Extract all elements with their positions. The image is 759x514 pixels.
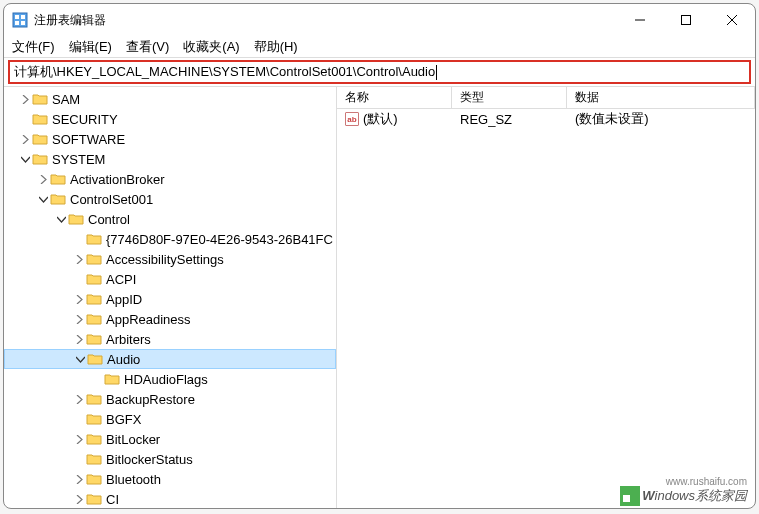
folder-icon [86,452,102,466]
menu-edit[interactable]: 编辑(E) [69,38,112,56]
chevron-right-icon[interactable] [72,292,86,306]
tree-item-controlset001[interactable]: ControlSet001 [4,189,336,209]
col-name[interactable]: 名称 [337,87,452,108]
chevron-down-icon[interactable] [18,152,32,166]
tree-item-appid[interactable]: AppID [4,289,336,309]
folder-icon [86,392,102,406]
tree-label: CI [106,492,119,507]
tree-item-audio[interactable]: Audio [4,349,336,369]
tree-item-appreadiness[interactable]: AppReadiness [4,309,336,329]
window-frame: 注册表编辑器 文件(F) 编辑(E) 查看(V) 收藏夹(A) 帮助(H) 计算… [3,3,756,509]
minimize-button[interactable] [617,4,663,36]
tree-item-system[interactable]: SYSTEM [4,149,336,169]
svg-rect-4 [21,21,25,25]
tree-item-sam[interactable]: SAM [4,89,336,109]
tree-label: BackupRestore [106,392,195,407]
cell-name: ab (默认) [337,110,452,128]
chevron-right-icon[interactable] [72,392,86,406]
chevron-right-icon[interactable] [72,472,86,486]
chevron-down-icon[interactable] [54,212,68,226]
folder-icon [68,212,84,226]
tree-label: SOFTWARE [52,132,125,147]
chevron-right-icon[interactable] [72,332,86,346]
tree-label: AppReadiness [106,312,191,327]
tree-label: AccessibilitySettings [106,252,224,267]
chevron-right-icon[interactable] [72,312,86,326]
tree-label: ControlSet001 [70,192,153,207]
string-value-icon: ab [345,112,359,126]
tree-label: Bluetooth [106,472,161,487]
svg-rect-3 [15,21,19,25]
maximize-button[interactable] [663,4,709,36]
tree-item-backuprestore[interactable]: BackupRestore [4,389,336,409]
menu-help[interactable]: 帮助(H) [254,38,298,56]
tree-item-hdaudioflags[interactable]: HDAudioFlags [4,369,336,389]
address-text: 计算机\HKEY_LOCAL_MACHINE\SYSTEM\ControlSet… [14,63,435,81]
tree-label: Control [88,212,130,227]
tree-item-activationbroker[interactable]: ActivationBroker [4,169,336,189]
tree-item-acpi[interactable]: ACPI [4,269,336,289]
tree-item-arbiters[interactable]: Arbiters [4,329,336,349]
folder-icon [86,432,102,446]
chevron-right-icon[interactable] [72,252,86,266]
menu-file[interactable]: 文件(F) [12,38,55,56]
folder-icon [86,412,102,426]
app-icon [12,12,28,28]
watermark-url: www.rushaifu.com [666,476,747,487]
list-panel[interactable]: 名称 类型 数据 ab (默认) REG_SZ (数值未设置) [337,87,755,508]
chevron-down-icon[interactable] [73,352,87,366]
tree-item-bgfx[interactable]: BGFX [4,409,336,429]
folder-icon [104,372,120,386]
col-type[interactable]: 类型 [452,87,567,108]
tree-label: BitLocker [106,432,160,447]
folder-icon [86,292,102,306]
tree-label: SECURITY [52,112,118,127]
folder-icon [50,172,66,186]
folder-icon [50,192,66,206]
watermark: Windows系统家园 www.rushaifu.com [620,486,747,506]
tree-item-guid[interactable]: {7746D80F-97E0-4E26-9543-26B41FC [4,229,336,249]
tree-label: SYSTEM [52,152,105,167]
chevron-right-icon[interactable] [72,492,86,506]
folder-icon [86,252,102,266]
tree-item-software[interactable]: SOFTWARE [4,129,336,149]
chevron-right-icon[interactable] [18,92,32,106]
tree-item-bluetooth[interactable]: Bluetooth [4,469,336,489]
tree-item-control[interactable]: Control [4,209,336,229]
cell-type: REG_SZ [452,112,567,127]
menubar: 文件(F) 编辑(E) 查看(V) 收藏夹(A) 帮助(H) [4,36,755,58]
tree-label: ACPI [106,272,136,287]
tree-label: {7746D80F-97E0-4E26-9543-26B41FC [106,232,333,247]
tree-item-bitlocker[interactable]: BitLocker [4,429,336,449]
address-bar[interactable]: 计算机\HKEY_LOCAL_MACHINE\SYSTEM\ControlSet… [8,60,751,84]
col-data[interactable]: 数据 [567,87,755,108]
text-cursor [436,65,437,80]
titlebar[interactable]: 注册表编辑器 [4,4,755,36]
window-title: 注册表编辑器 [34,12,617,29]
list-row[interactable]: ab (默认) REG_SZ (数值未设置) [337,109,755,129]
chevron-right-icon[interactable] [36,172,50,186]
watermark-w: W [642,488,654,503]
chevron-right-icon[interactable] [18,132,32,146]
tree-item-accessibility[interactable]: AccessibilitySettings [4,249,336,269]
menu-favorites[interactable]: 收藏夹(A) [183,38,239,56]
folder-icon [86,232,102,246]
svg-rect-1 [15,15,19,19]
value-name: (默认) [363,110,398,128]
tree-panel[interactable]: SAM SECURITY SOFTWARE SYSTEM ActivationB… [4,87,337,508]
folder-icon [86,492,102,506]
folder-icon [32,152,48,166]
tree-label: BGFX [106,412,141,427]
chevron-right-icon[interactable] [72,432,86,446]
tree-item-bitlockerstatus[interactable]: BitlockerStatus [4,449,336,469]
tree-label: Audio [107,352,140,367]
folder-icon [86,272,102,286]
tree-item-security[interactable]: SECURITY [4,109,336,129]
tree-label: ActivationBroker [70,172,165,187]
menu-view[interactable]: 查看(V) [126,38,169,56]
tree-item-ci[interactable]: CI [4,489,336,508]
tree-label: HDAudioFlags [124,372,208,387]
chevron-down-icon[interactable] [36,192,50,206]
close-button[interactable] [709,4,755,36]
folder-icon [86,472,102,486]
